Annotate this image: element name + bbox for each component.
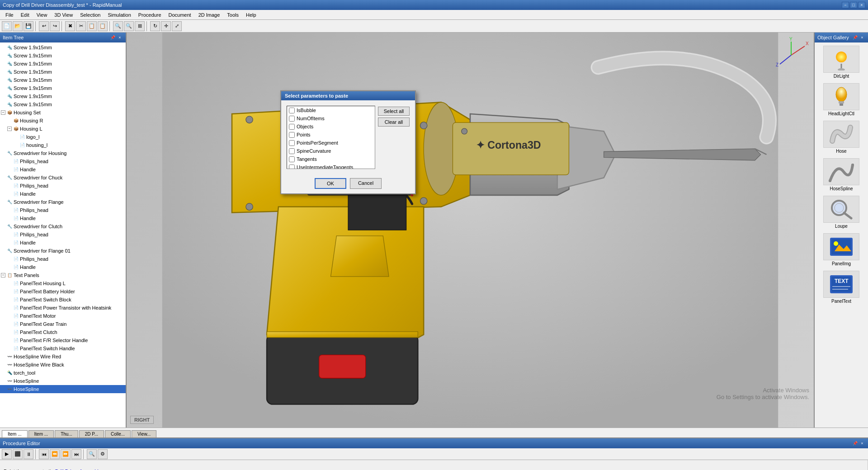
- dialog-footer: OK Cancel: [281, 174, 415, 193]
- param-item[interactable]: Tangents: [287, 155, 375, 163]
- param-checkbox[interactable]: [289, 148, 295, 154]
- param-checkbox[interactable]: [289, 156, 295, 162]
- param-list[interactable]: IsBubbleNumOfItemsObjectsPointsPointsPer…: [287, 106, 375, 169]
- param-label: PointsPerSegment: [297, 139, 338, 146]
- param-item[interactable]: SpineCurvature: [287, 147, 375, 155]
- dialog-list-container: IsBubbleNumOfItemsObjectsPointsPointsPer…: [287, 106, 410, 169]
- param-item[interactable]: PointsPerSegment: [287, 139, 375, 147]
- paste-dialog: Select parameters to paste IsBubbleNumOf…: [280, 90, 416, 194]
- dialog-title: Select parameters to paste: [281, 91, 415, 100]
- param-checkbox[interactable]: [289, 164, 295, 169]
- param-label: NumOfItems: [297, 115, 325, 122]
- select-all-button[interactable]: Select all: [378, 107, 410, 116]
- cancel-button[interactable]: Cancel: [350, 178, 382, 189]
- param-checkbox[interactable]: [289, 140, 295, 146]
- param-label: UseIntermediateTangents: [297, 164, 353, 169]
- param-item[interactable]: Objects: [287, 122, 375, 131]
- dialog-body: IsBubbleNumOfItemsObjectsPointsPointsPer…: [281, 100, 415, 174]
- param-checkbox[interactable]: [289, 124, 295, 130]
- param-label: Points: [297, 131, 311, 138]
- param-item[interactable]: NumOfItems: [287, 114, 375, 122]
- ok-button[interactable]: OK: [315, 178, 346, 189]
- dialog-overlay: Select parameters to paste IsBubbleNumOf…: [0, 0, 868, 470]
- param-checkbox[interactable]: [289, 108, 295, 113]
- param-checkbox[interactable]: [289, 116, 295, 122]
- param-label: SpineCurvature: [297, 147, 331, 155]
- dialog-side-buttons: Select all Clear all: [378, 106, 410, 169]
- param-checkbox[interactable]: [289, 132, 295, 138]
- param-item[interactable]: IsBubble: [287, 106, 375, 114]
- param-label: Tangents: [297, 155, 317, 163]
- clear-all-button[interactable]: Clear all: [378, 118, 410, 127]
- param-item[interactable]: Points: [287, 131, 375, 139]
- param-item[interactable]: UseIntermediateTangents: [287, 163, 375, 169]
- param-label: IsBubble: [297, 107, 316, 114]
- param-label: Objects: [297, 123, 313, 130]
